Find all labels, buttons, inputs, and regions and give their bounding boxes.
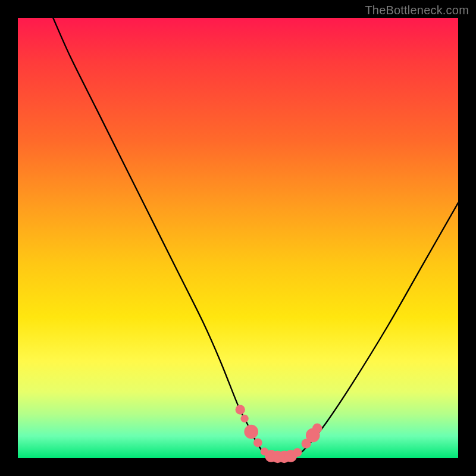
watermark-text: TheBottleneck.com [365, 4, 469, 17]
curve-marker [244, 425, 258, 439]
bottleneck-curve-svg [18, 18, 458, 458]
curve-marker [253, 439, 262, 447]
marker-group [236, 405, 322, 463]
curve-marker [312, 424, 322, 433]
bottleneck-curve-path [53, 18, 458, 459]
curve-marker [236, 405, 245, 414]
curve-marker [293, 448, 302, 457]
plot-area [18, 18, 458, 458]
chart-frame: TheBottleneck.com [0, 0, 476, 476]
curve-marker [240, 415, 248, 422]
